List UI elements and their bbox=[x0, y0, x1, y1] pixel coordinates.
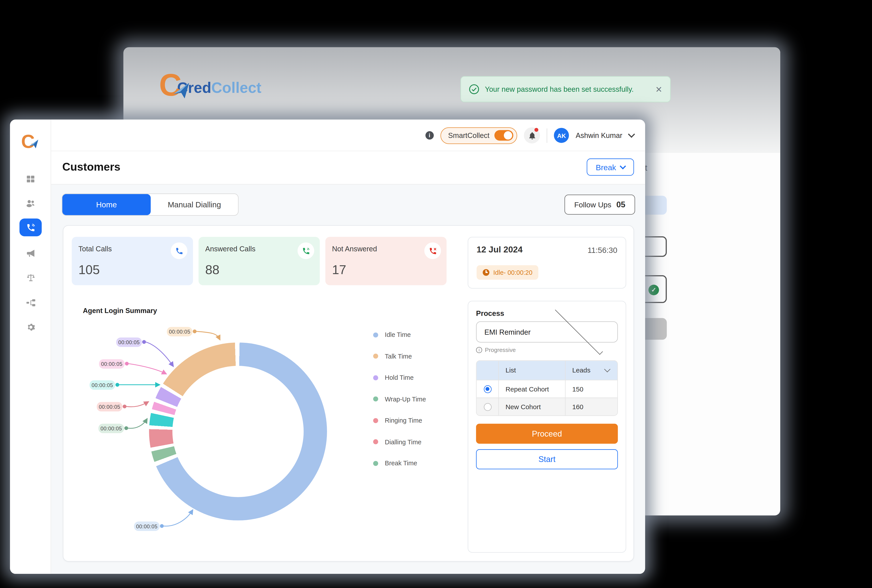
legend-dot-ringing bbox=[373, 418, 378, 423]
dashboard-card: Total Calls 105 Answered Calls 88 Not An… bbox=[63, 225, 634, 562]
agent-login-donut-chart bbox=[149, 342, 327, 520]
current-date: 12 Jul 2024 bbox=[477, 245, 523, 255]
main-app-window: C bbox=[10, 120, 645, 574]
table-header-row: List Leads bbox=[477, 361, 617, 380]
chevron-down-icon bbox=[620, 163, 626, 169]
user-name[interactable]: Ashwin Kumar bbox=[576, 131, 622, 140]
chart-legend: Idle Time Talk Time Hold Time Wrap-Up Ti… bbox=[373, 331, 426, 481]
workflow-icon bbox=[25, 297, 36, 308]
tab-bar: Home Manual Dialling bbox=[62, 194, 239, 216]
callout-talk-time: 00:00:05 bbox=[167, 327, 192, 336]
content-area: Home Manual Dialling Follow Ups 05 Total… bbox=[51, 184, 645, 574]
sidebar-item-workflow[interactable] bbox=[10, 296, 51, 309]
toast-message: Your new password has been set successfu… bbox=[485, 85, 650, 93]
notification-badge bbox=[534, 128, 539, 132]
chevron-down-icon bbox=[604, 366, 610, 372]
legend-item: Hold Time bbox=[373, 374, 426, 381]
credcollect-logo: C CredCollect bbox=[159, 69, 261, 100]
legend-item: Break Time bbox=[373, 459, 426, 467]
logo-paper-plane-icon bbox=[29, 139, 40, 150]
process-select[interactable]: EMI Reminder bbox=[476, 321, 618, 343]
legend-item: Wrap-Up Time bbox=[373, 395, 426, 403]
legend-item: Ringing Time bbox=[373, 417, 426, 424]
logo-paper-plane-icon bbox=[173, 82, 192, 101]
process-label: Process bbox=[476, 309, 618, 318]
sidebar-item-settings[interactable] bbox=[10, 321, 51, 333]
settings-gear-icon bbox=[25, 322, 36, 332]
legend-item: Talk Time bbox=[373, 352, 426, 360]
info-icon: i bbox=[476, 346, 482, 353]
answered-calls-value: 88 bbox=[205, 262, 219, 278]
dashboard-grid-icon bbox=[26, 174, 36, 184]
valid-check-icon: ✓ bbox=[648, 285, 659, 296]
users-icon bbox=[25, 198, 36, 209]
password-success-toast: Your new password has been set successfu… bbox=[461, 76, 671, 102]
phone-missed-icon bbox=[424, 243, 441, 259]
legend-dot-talk bbox=[373, 354, 378, 359]
chart-title: Agent Login Summary bbox=[83, 307, 157, 315]
answered-calls-card: Answered Calls 88 bbox=[198, 237, 320, 285]
callout-wrapup-time: 00:00:05 bbox=[90, 380, 115, 390]
user-avatar[interactable]: AK bbox=[554, 128, 569, 143]
legend-dot-hold bbox=[373, 375, 378, 380]
screenshot-canvas: C CredCollect Your new password has been… bbox=[0, 0, 872, 588]
start-button[interactable]: Start bbox=[476, 449, 618, 469]
topbar-divider bbox=[547, 128, 548, 142]
current-time: 11:56:30 bbox=[587, 246, 617, 255]
page-title: Customers bbox=[62, 161, 120, 174]
phone-active-icon bbox=[26, 223, 35, 232]
sidebar-item-compliance[interactable] bbox=[10, 271, 51, 284]
col-header-leads[interactable]: Leads bbox=[566, 361, 617, 380]
tab-manual-dialling[interactable]: Manual Dialling bbox=[151, 194, 238, 215]
follow-ups-button[interactable]: Follow Ups 05 bbox=[564, 195, 635, 214]
user-menu-chevron-icon[interactable] bbox=[628, 130, 635, 138]
toast-close-icon[interactable]: ✕ bbox=[655, 84, 662, 94]
smartcollect-toggle[interactable] bbox=[495, 130, 513, 141]
legend-dot-break bbox=[373, 460, 378, 466]
callout-ringing-time: 00:00:05 bbox=[99, 359, 125, 369]
sidebar-item-campaigns[interactable] bbox=[10, 247, 51, 259]
page-header: Customers Break bbox=[51, 151, 645, 184]
date-time-card: 12 Jul 2024 11:56:30 Idle- 00:00:20 bbox=[468, 237, 626, 289]
follow-ups-count: 05 bbox=[617, 200, 626, 209]
sidebar: C bbox=[10, 120, 51, 574]
table-row[interactable]: Repeat Cohort 150 bbox=[477, 380, 617, 398]
callout-break-time: 00:00:05 bbox=[98, 424, 124, 433]
callout-hold-time: 00:00:05 bbox=[116, 338, 142, 347]
smartcollect-pill: SmartCollect bbox=[440, 127, 517, 144]
bell-icon bbox=[528, 131, 536, 140]
callout-idle-time: 00:00:05 bbox=[134, 522, 160, 531]
total-calls-card: Total Calls 105 bbox=[72, 237, 193, 285]
phone-answered-icon bbox=[297, 243, 314, 259]
info-icon[interactable]: i bbox=[425, 131, 434, 140]
smartcollect-label: SmartCollect bbox=[448, 131, 489, 140]
tab-home[interactable]: Home bbox=[62, 194, 151, 215]
legend-dot-dialling bbox=[373, 439, 378, 444]
sidebar-item-dashboard[interactable] bbox=[10, 173, 51, 185]
clock-icon bbox=[483, 269, 489, 276]
sidebar-item-customers[interactable] bbox=[10, 197, 51, 210]
legend-item: Dialling Time bbox=[373, 438, 426, 446]
process-card: Process EMI Reminder i Progressive List bbox=[468, 301, 626, 553]
break-button[interactable]: Break bbox=[587, 159, 634, 176]
table-row[interactable]: New Cohort 160 bbox=[477, 398, 617, 415]
megaphone-icon bbox=[25, 248, 36, 258]
notifications-button[interactable] bbox=[524, 128, 540, 144]
not-answered-value: 17 bbox=[332, 262, 346, 278]
total-calls-value: 105 bbox=[78, 262, 100, 278]
radio-repeat-cohort[interactable] bbox=[483, 385, 491, 393]
legend-dot-idle bbox=[373, 332, 378, 338]
success-check-icon bbox=[469, 84, 479, 94]
legend-dot-wrapup bbox=[373, 396, 378, 401]
not-answered-card: Not Answered 17 bbox=[325, 237, 446, 285]
col-header-list: List bbox=[499, 361, 566, 380]
sidebar-logo[interactable]: C bbox=[21, 132, 40, 151]
sidebar-item-calls-active[interactable] bbox=[20, 219, 42, 236]
topbar: i SmartCollect AK Ashwin Kumar bbox=[51, 120, 645, 151]
radio-new-cohort[interactable] bbox=[483, 403, 491, 411]
proceed-button[interactable]: Proceed bbox=[476, 424, 618, 444]
phone-icon bbox=[171, 243, 187, 259]
idle-timer-badge: Idle- 00:00:20 bbox=[477, 265, 539, 280]
balance-scale-icon bbox=[25, 272, 36, 283]
callout-dialling-time: 00:00:05 bbox=[97, 402, 123, 412]
